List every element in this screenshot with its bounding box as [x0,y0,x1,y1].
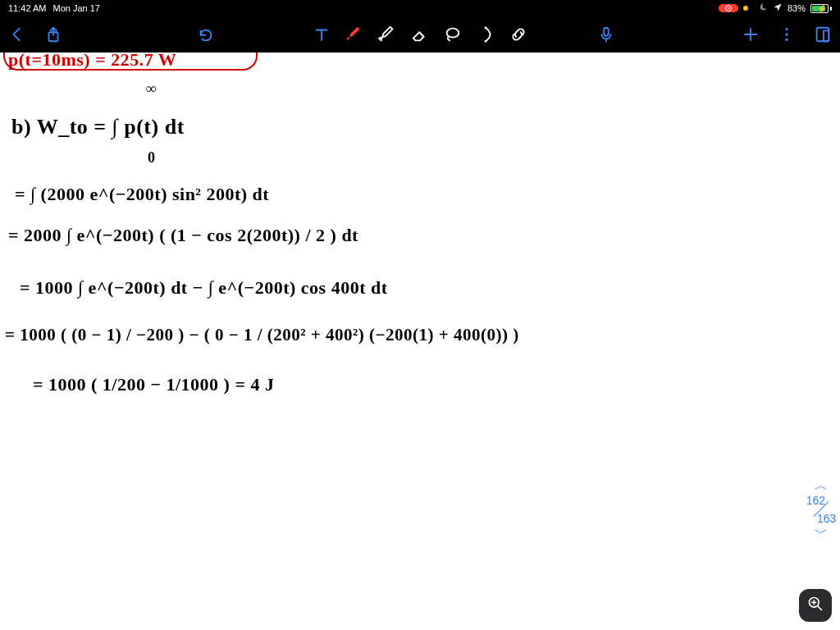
svg-rect-10 [824,30,829,41]
page-fraction: 162 163 [807,497,835,522]
hw-boxed-result: p(t=10ms) = 225.7 W [8,52,176,71]
hw-line-b: b) W_to = ∫ p(t) dt [11,115,185,139]
svg-rect-5 [604,28,609,36]
note-canvas[interactable]: p(t=10ms) = 225.7 W ∞ b) W_to = ∫ p(t) d… [0,52,840,630]
chevron-up-icon[interactable]: ︿ [815,479,828,492]
lasso-icon[interactable] [444,25,462,43]
moon-icon [758,2,768,14]
plus-icon[interactable] [742,25,760,43]
record-icon [725,5,732,11]
status-clock: 11:42 AM [8,3,46,13]
hw-line-g: = 1000 ( 1/200 − 1/1000 ) = 4 J [33,374,275,395]
status-left-cluster: 11:42 AM Mon Jan 17 [8,3,100,13]
hw-line-e: = 1000 ∫ e^(−200t) dt − ∫ e^(−200t) cos … [20,277,388,299]
pen-fill-icon[interactable] [345,25,363,43]
mic-icon[interactable] [597,25,615,43]
more-vertical-icon[interactable] [778,25,796,43]
hw-infinity: ∞ [146,80,157,98]
page-layout-icon[interactable] [814,25,832,43]
back-chevron-icon[interactable] [8,25,26,43]
svg-point-4 [485,40,487,43]
undo-icon[interactable] [197,25,215,43]
page-total: 163 [817,512,836,525]
location-icon [773,2,783,14]
status-date: Mon Jan 17 [52,3,99,13]
recording-indicator[interactable] [719,4,738,12]
do-not-disturb-icon [743,6,748,11]
hw-integral-lower-zero: 0 [148,149,156,167]
toolbar-tool-group [313,25,527,43]
hw-line-d: = 2000 ∫ e^(−200t) ( (1 − cos 2(200t)) /… [8,225,358,246]
chevron-down-icon[interactable]: ﹀ [815,527,828,540]
hw-line-c: = ∫ (2000 e^(−200t) sin² 200t) dt [15,184,269,205]
status-right-cluster: 83% ⚡ [719,2,832,14]
ipad-status-bar: 11:42 AM Mon Jan 17 83% ⚡ [0,0,840,16]
toolbar-right-group [597,25,832,43]
link-tool-icon[interactable] [509,25,527,43]
share-icon[interactable] [44,25,62,43]
page-scrubber[interactable]: ︿ 162 163 ﹀ [807,479,835,540]
app-toolbar [0,16,840,52]
hw-line-f: = 1000 ( (0 − 1) / −200 ) − ( 0 − 1 / (2… [5,325,519,345]
svg-point-3 [485,26,487,29]
zoom-in-icon [807,596,824,615]
pen-outline-icon[interactable] [378,25,396,43]
battery-charging-icon: ⚡ [810,4,832,13]
toolbar-left-group [8,25,215,43]
svg-point-6 [785,28,788,30]
svg-point-8 [785,39,788,41]
eraser-icon[interactable] [411,25,429,43]
svg-point-7 [785,33,788,35]
text-tool-icon[interactable] [313,25,331,43]
battery-percent: 83% [788,3,806,13]
zoom-in-button[interactable] [799,589,832,622]
shape-tool-icon[interactable] [477,25,495,43]
